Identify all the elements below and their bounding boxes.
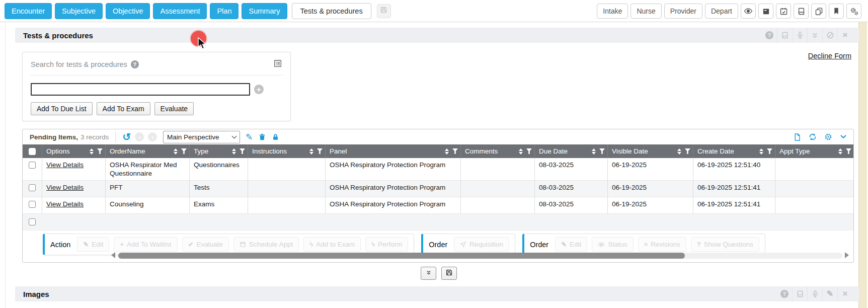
column-header-comments[interactable]: Comments: [461, 144, 535, 158]
sort-icon[interactable]: [590, 148, 596, 155]
help-icon[interactable]: ?: [762, 28, 777, 43]
tab-tests-procedures-active[interactable]: Tests & procedures: [292, 3, 371, 19]
microphone-icon[interactable]: [807, 286, 822, 301]
filter-icon[interactable]: [240, 148, 245, 154]
edit-icon[interactable]: ✎: [822, 286, 837, 301]
sort-icon[interactable]: [88, 148, 94, 155]
evaluate-button[interactable]: Evaluate: [154, 102, 194, 115]
requisition-button[interactable]: Requisition: [454, 237, 509, 252]
column-header-type[interactable]: Type: [190, 144, 248, 158]
perform-button[interactable]: ϟPerform: [365, 237, 408, 252]
gears-icon[interactable]: [846, 4, 861, 19]
search-input[interactable]: [31, 83, 250, 96]
scroll-left-arrow[interactable]: [111, 252, 115, 258]
close-icon[interactable]: ×: [837, 286, 852, 301]
view-details-link[interactable]: View Details: [46, 184, 84, 191]
filter-icon[interactable]: [97, 148, 103, 154]
collapse-icon[interactable]: [807, 28, 822, 43]
sort-icon[interactable]: [230, 148, 236, 155]
archive-box-icon[interactable]: [758, 4, 773, 19]
copy-icon[interactable]: [811, 4, 826, 19]
column-header-visible-date[interactable]: Visible Date: [608, 144, 693, 158]
depart-button[interactable]: Depart: [705, 4, 738, 19]
column-header-instructions[interactable]: Instructions: [248, 144, 326, 158]
add-to-due-list-button[interactable]: Add To Due List: [31, 102, 93, 115]
filter-icon[interactable]: [685, 148, 690, 154]
order-edit-button[interactable]: ✎Edit: [555, 237, 587, 252]
nurse-button[interactable]: Nurse: [630, 4, 661, 19]
column-header-ordername[interactable]: OrderName: [106, 144, 190, 158]
microphone-icon[interactable]: [792, 28, 807, 43]
collapse-section-button[interactable]: [421, 267, 436, 280]
evaluate-action-button[interactable]: ✔Evaluate: [182, 237, 229, 252]
filter-icon[interactable]: [181, 148, 187, 154]
decline-form-link[interactable]: Decline Form: [808, 52, 851, 60]
tab-assessment[interactable]: Assessment: [153, 3, 207, 19]
disable-icon[interactable]: [822, 28, 837, 43]
help-icon[interactable]: ?: [777, 286, 792, 301]
show-questions-button[interactable]: ?Show Questions: [691, 237, 759, 252]
column-header-create-date[interactable]: Create Date: [693, 144, 775, 158]
add-to-waitlist-button[interactable]: +Add To Waitlist: [114, 237, 177, 252]
sort-icon[interactable]: [757, 148, 763, 155]
lock-icon[interactable]: [272, 133, 279, 141]
new-document-icon[interactable]: [793, 133, 802, 141]
add-to-exam-button[interactable]: ϟAdd to Exam: [303, 237, 361, 252]
tab-summary[interactable]: Summary: [242, 3, 287, 19]
row-checkbox[interactable]: [29, 201, 36, 208]
tab-encounter[interactable]: Encounter: [5, 3, 52, 19]
row-checkbox[interactable]: [29, 218, 36, 225]
intake-button[interactable]: Intake: [597, 4, 628, 19]
perspective-select[interactable]: Main Perspective: [163, 131, 240, 143]
tab-plan[interactable]: Plan: [210, 3, 239, 19]
schedule-appt-button[interactable]: Schedule Appt: [233, 237, 299, 252]
add-plus-icon[interactable]: +: [254, 85, 264, 94]
provider-button[interactable]: Provider: [664, 4, 702, 19]
refresh-icon[interactable]: [808, 132, 817, 141]
filter-icon[interactable]: [526, 148, 532, 154]
bookmark-icon[interactable]: [829, 4, 844, 19]
tab-subjective[interactable]: Subjective: [55, 3, 103, 19]
sort-icon[interactable]: [307, 148, 313, 155]
view-details-link[interactable]: View Details: [46, 161, 84, 169]
scrollbar-thumb[interactable]: [118, 253, 685, 259]
add-to-exam-button[interactable]: Add To Exam: [97, 102, 150, 115]
filter-icon[interactable]: [846, 148, 851, 154]
status-button[interactable]: Status: [592, 237, 633, 252]
sort-icon[interactable]: [517, 148, 523, 155]
book-icon[interactable]: [792, 286, 807, 301]
edit-button[interactable]: ✎Edit: [77, 237, 109, 252]
undo-icon[interactable]: ↺: [122, 132, 131, 142]
column-header-panel[interactable]: Panel: [326, 144, 461, 158]
sort-icon[interactable]: [172, 148, 178, 155]
eye-icon[interactable]: [741, 4, 756, 19]
settings-icon[interactable]: [824, 132, 833, 141]
view-details-link[interactable]: View Details: [46, 200, 84, 208]
row-checkbox[interactable]: [29, 184, 36, 191]
collapse-panel-icon[interactable]: [839, 133, 847, 141]
scroll-right-arrow[interactable]: [845, 252, 849, 258]
column-header-appt-type[interactable]: Appt Type: [775, 144, 854, 158]
filter-icon[interactable]: [317, 148, 323, 154]
book-icon[interactable]: [777, 28, 792, 43]
select-all-checkbox[interactable]: [29, 148, 36, 155]
search-help-icon[interactable]: ?: [131, 60, 139, 68]
tab-objective[interactable]: Objective: [106, 3, 150, 19]
row-checkbox[interactable]: [29, 162, 36, 169]
filter-icon[interactable]: [599, 148, 605, 154]
revisions-button[interactable]: ≡Revisions: [638, 237, 686, 252]
sort-icon[interactable]: [443, 148, 449, 155]
close-icon[interactable]: ×: [837, 28, 852, 43]
save-tab-button[interactable]: [377, 4, 391, 18]
edit-perspective-icon[interactable]: ✎: [246, 132, 253, 142]
column-header-due-date[interactable]: Due Date: [535, 144, 608, 158]
delete-perspective-icon[interactable]: [258, 133, 266, 141]
book-icon[interactable]: [794, 4, 809, 19]
sort-icon[interactable]: [836, 148, 842, 155]
next-icon[interactable]: ›: [148, 132, 157, 141]
prev-icon[interactable]: ‹: [135, 132, 144, 141]
filter-icon[interactable]: [767, 148, 772, 154]
calendar-check-icon[interactable]: [776, 4, 791, 19]
sort-icon[interactable]: [675, 148, 681, 155]
column-header-options[interactable]: Options: [42, 144, 106, 158]
